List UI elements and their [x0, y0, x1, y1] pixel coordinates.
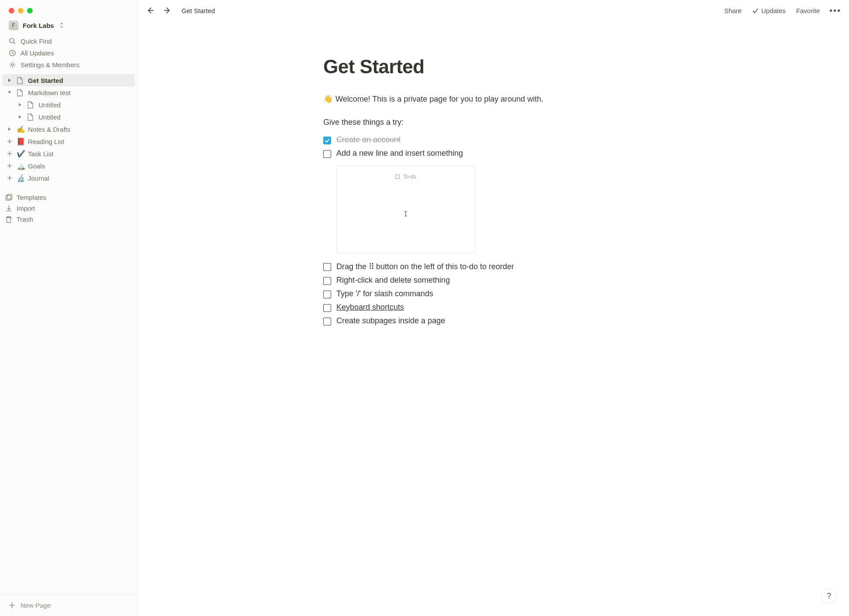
settings-members-button[interactable]: Settings & Members [3, 59, 134, 71]
tree-item-markdown-test[interactable]: Markdown test [3, 86, 135, 99]
main-area: Get Started Share Updates Favorite ••• G… [138, 0, 849, 616]
import-label: Import [17, 205, 35, 212]
todo-text: Keyboard shortcuts [336, 303, 404, 312]
workspace-name: Fork Labs [23, 22, 54, 29]
page-icon [17, 89, 25, 96]
tree-item-untitled-2[interactable]: Untitled [3, 111, 135, 123]
svg-point-0 [10, 38, 14, 43]
unchecked-checkbox[interactable] [323, 304, 331, 312]
page-icon [27, 113, 36, 121]
more-menu-button[interactable]: ••• [828, 6, 843, 16]
todo-right-click[interactable]: Right-click and delete something [323, 274, 630, 287]
svg-rect-4 [7, 195, 12, 199]
minimize-window-button[interactable] [18, 8, 24, 14]
tree-item-reading-list[interactable]: 📕 Reading List [3, 135, 135, 147]
workspace-icon: F [9, 21, 18, 30]
page-icon [27, 101, 36, 109]
tree-label: Get Started [28, 77, 63, 84]
help-button[interactable]: ? [821, 588, 837, 604]
breadcrumb[interactable]: Get Started [179, 5, 218, 16]
forward-button[interactable] [161, 4, 174, 17]
templates-label: Templates [17, 194, 46, 201]
plus-icon[interactable] [5, 137, 14, 146]
unchecked-checkbox[interactable] [323, 318, 331, 325]
svg-rect-3 [6, 195, 11, 200]
chevron-right-icon[interactable] [5, 76, 14, 85]
quick-find-button[interactable]: Quick Find [3, 35, 134, 47]
close-window-button[interactable] [9, 8, 14, 14]
drag-handle-icon: ⠿ [369, 262, 374, 271]
tree-item-notes-drafts[interactable]: ✍️ Notes & Drafts [3, 123, 135, 135]
todo-subpages[interactable]: Create subpages inside a page [323, 314, 630, 328]
window-controls [0, 0, 137, 18]
favorite-button[interactable]: Favorite [794, 5, 822, 16]
updates-button[interactable]: Updates [750, 5, 788, 16]
page-icon [17, 77, 25, 84]
todo-text: Right-click and delete something [336, 276, 450, 285]
unchecked-checkbox[interactable] [323, 150, 331, 158]
tree-label: Journal [28, 175, 49, 182]
settings-label: Settings & Members [21, 61, 79, 68]
page-title[interactable]: Get Started [323, 56, 630, 78]
chevron-right-icon[interactable] [16, 113, 24, 121]
todo-shortcuts[interactable]: Keyboard shortcuts [323, 301, 630, 314]
mini-checkbox-icon [395, 175, 400, 179]
trash-label: Trash [17, 216, 33, 223]
all-updates-button[interactable]: All Updates [3, 47, 134, 59]
checked-checkbox[interactable] [323, 137, 331, 144]
welcome-text[interactable]: 👋Welcome! This is a private page for you… [323, 93, 630, 106]
todo-text: Add a new line and insert something [336, 149, 463, 158]
chevron-down-icon[interactable] [5, 88, 14, 97]
unchecked-checkbox[interactable] [323, 263, 331, 271]
gear-icon [9, 61, 16, 68]
tree-item-untitled-1[interactable]: Untitled [3, 99, 135, 111]
plus-icon [9, 602, 15, 609]
templates-icon [5, 194, 14, 201]
chevron-right-icon[interactable] [16, 100, 24, 109]
chevron-right-icon[interactable] [5, 125, 14, 133]
text-caret-icon: I [404, 210, 407, 218]
todo-create-account[interactable]: Create an account [323, 133, 630, 147]
tree-item-goals[interactable]: 🏔️ Goals [3, 160, 135, 172]
keyboard-shortcuts-link[interactable]: Keyboard shortcuts [336, 303, 404, 311]
todo-add-line[interactable]: Add a new line and insert something [323, 147, 630, 160]
updown-chevron-icon [59, 22, 64, 28]
clock-icon [9, 49, 16, 57]
page-tree: Get Started Markdown test [0, 72, 137, 594]
workspace-switcher[interactable]: F Fork Labs [0, 18, 137, 34]
tree-label: Markdown test [28, 89, 71, 96]
plus-icon[interactable] [5, 174, 14, 182]
unchecked-checkbox[interactable] [323, 291, 331, 298]
sidebar: F Fork Labs Quick Find [0, 0, 138, 616]
trash-button[interactable]: Trash [3, 214, 135, 225]
zoom-window-button[interactable] [27, 8, 33, 14]
quick-find-label: Quick Find [21, 38, 52, 45]
plus-icon[interactable] [5, 161, 14, 170]
new-page-label: New Page [21, 602, 51, 609]
new-page-button[interactable]: New Page [3, 599, 134, 612]
writing-hand-icon: ✍️ [17, 125, 25, 133]
all-updates-label: All Updates [21, 49, 54, 57]
todo-slash[interactable]: Type '/' for slash commands [323, 287, 630, 301]
import-button[interactable]: Import [3, 203, 135, 214]
todo-embed[interactable]: To-do I [336, 165, 475, 253]
todo-text: Drag the ⠿ button on the left of this to… [336, 262, 514, 271]
plus-icon[interactable] [5, 149, 14, 158]
tree-item-get-started[interactable]: Get Started [3, 74, 135, 86]
tree-label: Goals [28, 162, 45, 170]
tree-label: Notes & Drafts [28, 126, 71, 133]
tree-label: Task List [28, 150, 53, 157]
tree-label: Reading List [28, 138, 64, 145]
tree-label: Untitled [38, 113, 61, 121]
templates-button[interactable]: Templates [3, 192, 135, 203]
back-button[interactable] [144, 4, 156, 17]
todo-text: Type '/' for slash commands [336, 289, 433, 298]
tree-item-task-list[interactable]: ✔️ Task List [3, 147, 135, 160]
tree-item-journal[interactable]: 🔬 Journal [3, 172, 135, 184]
microscope-icon: 🔬 [17, 174, 25, 182]
try-prompt[interactable]: Give these things a try: [323, 118, 630, 127]
share-button[interactable]: Share [722, 5, 744, 16]
unchecked-checkbox[interactable] [323, 277, 331, 285]
topbar: Get Started Share Updates Favorite ••• [138, 0, 849, 21]
todo-drag[interactable]: Drag the ⠿ button on the left of this to… [323, 260, 630, 274]
